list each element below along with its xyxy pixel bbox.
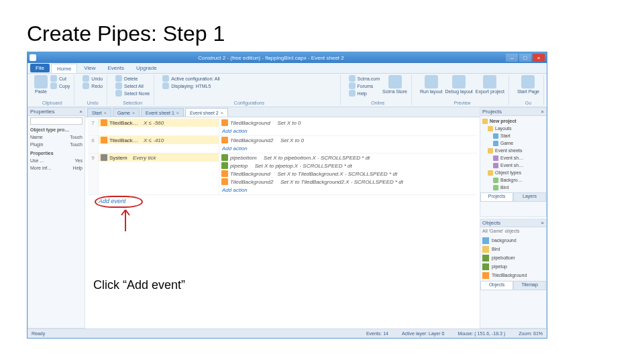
condition-line[interactable]: TiledBack… X ≤ -410: [99, 136, 219, 144]
object-item[interactable]: background: [482, 236, 544, 245]
object-item[interactable]: pipetop: [482, 262, 544, 271]
property-row[interactable]: PluginTouch: [30, 141, 83, 148]
tree-item[interactable]: Object types: [482, 169, 544, 176]
doc-tab[interactable]: Start×: [87, 108, 111, 117]
gear-icon: [162, 75, 169, 82]
display-icon: [162, 82, 169, 89]
property-row[interactable]: NameTouch: [30, 133, 83, 141]
object-item[interactable]: TiledBackground: [482, 271, 544, 280]
debug-button[interactable]: Debug layout: [445, 75, 472, 94]
tree-icon: [488, 170, 493, 176]
store-icon: [388, 75, 402, 88]
action-line[interactable]: TiledBackground Set X to TiledBackground…: [219, 170, 477, 178]
tree-icon: [493, 185, 498, 190]
tree-icon: [493, 163, 498, 168]
tree-item[interactable]: Event sheets: [482, 147, 544, 154]
add-event-link[interactable]: Add event: [99, 198, 126, 204]
action-line[interactable]: TiledBackground Set X to 0: [219, 119, 477, 127]
tree-item[interactable]: Bird: [482, 184, 544, 191]
properties-search[interactable]: [30, 117, 83, 125]
menu-file[interactable]: File: [30, 64, 50, 72]
condition-line[interactable]: System Every tick: [99, 154, 219, 162]
scirra-link[interactable]: Scirra.com: [349, 75, 380, 82]
cut-icon: [50, 75, 57, 82]
paste-button[interactable]: Paste: [34, 75, 48, 94]
doc-tab[interactable]: Event sheet 2×: [185, 108, 228, 117]
properties-section: Object type pro…: [30, 126, 83, 133]
tab-close-icon[interactable]: ×: [176, 111, 179, 115]
property-row[interactable]: Use ...Yes: [30, 157, 83, 164]
maximize-button[interactable]: □: [519, 54, 531, 62]
tree-icon: [488, 148, 493, 154]
object-icon: [482, 237, 489, 244]
object-icon: [482, 246, 489, 253]
window-title: Construct 2 - (free edition) - flappingB…: [36, 55, 506, 61]
ribbon: Paste Cut Copy Clipboard Undo Redo Undo: [28, 74, 547, 107]
property-row[interactable]: More inf...Help: [30, 164, 83, 172]
objects-close[interactable]: ×: [541, 220, 544, 226]
export-button[interactable]: Export project: [476, 75, 504, 94]
project-root[interactable]: New project: [482, 117, 544, 125]
tab-tilemap[interactable]: Tilemap: [513, 281, 546, 290]
tree-item[interactable]: Start: [482, 132, 544, 139]
displaying-config[interactable]: Displaying: HTML5: [162, 82, 219, 89]
add-action-link[interactable]: Add action: [219, 144, 477, 153]
action-line[interactable]: pipetop Set X to pipetop.X - SCROLLSPEED…: [219, 162, 477, 170]
store-button[interactable]: Scirra Store: [382, 75, 407, 94]
selectall-icon: [115, 82, 122, 89]
menu-view[interactable]: View: [78, 64, 101, 72]
select-all-button[interactable]: Select All: [115, 82, 150, 89]
action-line[interactable]: TiledBackground2 Set X to TiledBackgroun…: [219, 178, 477, 186]
ribbon-online: Scirra.com Forums Help Scirra Store Onli…: [345, 75, 412, 105]
doc-tab[interactable]: Game×: [113, 108, 140, 117]
add-action-link[interactable]: Add action: [219, 186, 477, 194]
minimize-button[interactable]: –: [506, 54, 518, 62]
start-page-button[interactable]: Start Page: [517, 75, 539, 94]
menu-home[interactable]: Home: [51, 64, 77, 73]
menu-events[interactable]: Events: [102, 64, 129, 72]
close-button[interactable]: ×: [533, 54, 545, 62]
run-button[interactable]: Run layout: [420, 75, 442, 94]
help-link[interactable]: Help: [349, 90, 380, 97]
tree-item[interactable]: Game: [482, 139, 544, 147]
tree-item[interactable]: Layouts: [482, 125, 544, 132]
tree-item[interactable]: Backgro…: [482, 176, 544, 184]
copy-button[interactable]: Copy: [50, 82, 70, 89]
event-sheet[interactable]: 7TiledBack… X ≤ -560TiledBackground Set …: [85, 117, 480, 328]
add-action-link[interactable]: Add action: [219, 127, 477, 135]
tab-layers[interactable]: Layers: [513, 192, 546, 202]
event-row: 7TiledBack… X ≤ -560TiledBackground Set …: [88, 119, 477, 136]
copy-icon: [50, 82, 57, 89]
object-item[interactable]: pipebottom: [482, 253, 544, 262]
tab-projects[interactable]: Projects: [480, 192, 513, 202]
forums-link[interactable]: Forums: [349, 82, 380, 89]
tab-objects[interactable]: Objects: [480, 281, 513, 290]
select-none-button[interactable]: Select None: [115, 90, 150, 97]
delete-button[interactable]: Delete: [115, 75, 150, 82]
cut-button[interactable]: Cut: [50, 75, 70, 82]
projects-close[interactable]: ×: [541, 109, 544, 115]
tab-close-icon[interactable]: ×: [221, 111, 223, 115]
objects-filter: All 'Game' objects: [480, 227, 546, 235]
condition-line[interactable]: TiledBack… X ≤ -560: [99, 119, 219, 127]
status-mouse: Mouse: ( 151.6, -18.3 ): [458, 331, 505, 336]
undo-button[interactable]: Undo: [83, 75, 103, 82]
active-config[interactable]: Active configuration: All: [162, 75, 219, 82]
tree-item[interactable]: Event sh…: [482, 162, 544, 169]
action-line[interactable]: pipebottom Set X to pipebottom.X - SCROL…: [219, 154, 477, 162]
object-icon: [221, 154, 228, 161]
object-item[interactable]: Bird: [482, 245, 544, 253]
tab-close-icon[interactable]: ×: [104, 111, 107, 115]
tab-close-icon[interactable]: ×: [132, 111, 135, 115]
tree-item[interactable]: Event sh…: [482, 154, 544, 162]
projects-panel: Projects× New projectLayoutsStartGameEve…: [480, 107, 547, 217]
properties-close[interactable]: ×: [79, 109, 83, 115]
action-line[interactable]: TiledBackground2 Set X to 0: [219, 136, 477, 144]
globe-icon: [349, 75, 356, 82]
redo-button[interactable]: Redo: [83, 82, 103, 89]
tree-icon: [493, 178, 498, 183]
annotation-arrow-icon: [116, 207, 135, 234]
doc-tab[interactable]: Event sheet 1×: [141, 108, 184, 117]
delete-icon: [115, 75, 122, 82]
menu-upgrade[interactable]: Upgrade: [131, 64, 162, 72]
